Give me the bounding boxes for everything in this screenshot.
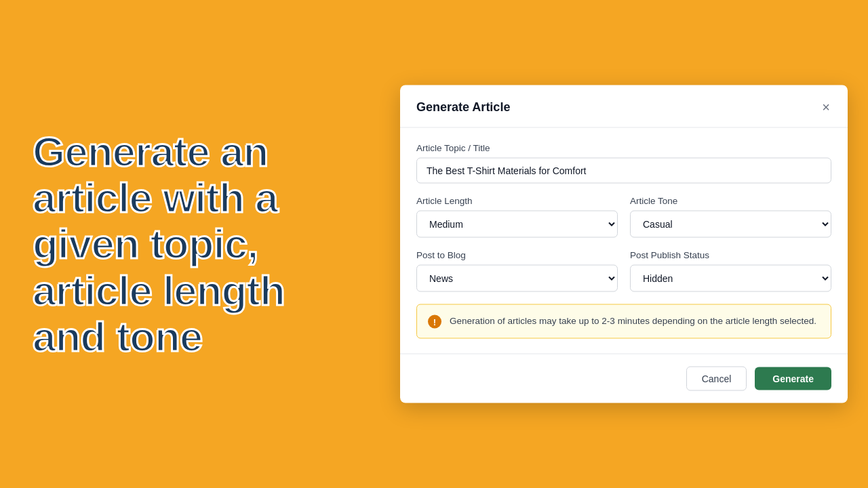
background-text: Generate an article with a given topic, …: [33, 129, 358, 360]
modal-body: Article Topic / Title Article Length Sho…: [400, 128, 848, 354]
blog-label: Post to Blog: [416, 250, 618, 260]
modal-overlay: Generate Article × Article Topic / Title…: [400, 85, 848, 403]
length-label: Article Length: [416, 196, 618, 206]
cancel-button[interactable]: Cancel: [686, 367, 747, 391]
tone-label: Article Tone: [630, 196, 831, 206]
generate-article-modal: Generate Article × Article Topic / Title…: [400, 85, 848, 403]
topic-input[interactable]: [416, 158, 831, 184]
blog-status-row: Post to Blog News Blog Tech Lifestyle Po…: [416, 250, 831, 292]
close-button[interactable]: ×: [821, 99, 831, 115]
topic-label: Article Topic / Title: [416, 143, 831, 153]
length-col: Article Length Short Medium Long: [416, 196, 618, 238]
warning-icon: !: [428, 315, 441, 329]
tone-col: Article Tone Formal Casual Friendly Prof…: [630, 196, 831, 238]
length-select[interactable]: Short Medium Long: [416, 211, 618, 238]
modal-footer: Cancel Generate: [400, 354, 848, 403]
alert-message: Generation of articles may take up to 2-…: [450, 314, 816, 328]
close-icon: ×: [822, 100, 830, 114]
status-col: Post Publish Status Draft Hidden Publish…: [630, 250, 831, 292]
generate-button[interactable]: Generate: [755, 367, 831, 390]
alert-box: ! Generation of articles may take up to …: [416, 304, 831, 339]
modal-header: Generate Article ×: [400, 85, 848, 128]
blog-select[interactable]: News Blog Tech Lifestyle: [416, 265, 618, 292]
topic-group: Article Topic / Title: [416, 143, 831, 184]
blog-col: Post to Blog News Blog Tech Lifestyle: [416, 250, 618, 292]
modal-title: Generate Article: [416, 100, 510, 114]
status-label: Post Publish Status: [630, 250, 831, 260]
length-tone-row: Article Length Short Medium Long Article…: [416, 196, 831, 238]
tone-select[interactable]: Formal Casual Friendly Professional: [630, 211, 831, 238]
status-select[interactable]: Draft Hidden Published: [630, 265, 831, 292]
tagline-heading: Generate an article with a given topic, …: [33, 129, 358, 360]
